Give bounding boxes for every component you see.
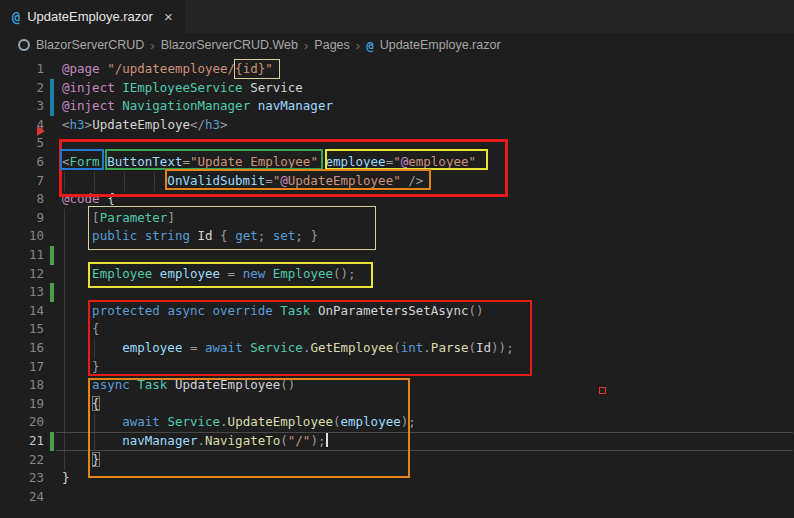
code-line-1[interactable]: 1@page "/updateemployee/{id}" bbox=[0, 60, 794, 79]
gutter-added-indicator bbox=[50, 432, 54, 451]
line-number: 14 bbox=[0, 302, 44, 321]
code-line-14[interactable]: 14 protected async override Task OnParam… bbox=[0, 302, 794, 321]
code-line-22[interactable]: 22 } bbox=[0, 451, 794, 470]
line-number: 23 bbox=[0, 469, 44, 488]
code-text: Employee employee = new Employee(); bbox=[62, 265, 356, 284]
line-number: 21 bbox=[0, 432, 44, 451]
line-number: 18 bbox=[0, 376, 44, 395]
line-number: 13 bbox=[0, 283, 44, 302]
code-text: navManager.NavigateTo("/"); bbox=[62, 432, 328, 451]
code-text: public string Id { get; set; } bbox=[62, 227, 318, 246]
line-number: 5 bbox=[0, 134, 44, 153]
code-line-23[interactable]: 23} bbox=[0, 469, 794, 488]
code-text: [Parameter] bbox=[62, 209, 175, 228]
indent-guide bbox=[64, 283, 65, 302]
code-line-3[interactable]: 3@inject NavigationManager navManager bbox=[0, 97, 794, 116]
text-cursor bbox=[326, 433, 328, 447]
code-text: OnValidSubmit="@UpdateEmployee" /> bbox=[62, 172, 423, 191]
gutter-modified-indicator bbox=[50, 79, 54, 98]
code-line-5[interactable]: 5 bbox=[0, 134, 794, 153]
code-text: <h3>UpdateEmploye</h3> bbox=[62, 116, 228, 135]
code-text: await Service.UpdateEmployee(employee); bbox=[62, 413, 416, 432]
line-number: 4 bbox=[0, 116, 44, 135]
code-text: { bbox=[62, 320, 100, 339]
code-text: } bbox=[62, 469, 70, 488]
line-number: 10 bbox=[0, 227, 44, 246]
code-line-7[interactable]: 7 OnValidSubmit="@UpdateEmployee" /> bbox=[0, 172, 794, 191]
code-line-19[interactable]: 19 { bbox=[0, 395, 794, 414]
code-text: @page "/updateemployee/{id}" bbox=[62, 60, 273, 79]
code-line-16[interactable]: 16 employee = await Service.GetEmployee(… bbox=[0, 339, 794, 358]
line-number: 7 bbox=[0, 172, 44, 191]
line-number: 8 bbox=[0, 190, 44, 209]
code-line-12[interactable]: 12 Employee employee = new Employee(); bbox=[0, 265, 794, 284]
code-text: @inject NavigationManager navManager bbox=[62, 97, 333, 116]
code-line-13[interactable]: 13 bbox=[0, 283, 794, 302]
code-text: @code { bbox=[62, 190, 115, 209]
code-line-20[interactable]: 20 await Service.UpdateEmployee(employee… bbox=[0, 413, 794, 432]
code-line-6[interactable]: 6<Form ButtonText="Update Employee" empl… bbox=[0, 153, 794, 172]
code-editor[interactable]: 1@page "/updateemployee/{id}"2@inject IE… bbox=[0, 0, 794, 518]
gutter-added-indicator bbox=[50, 246, 54, 265]
gutter-modified-indicator bbox=[50, 97, 54, 116]
code-line-11[interactable]: 11 bbox=[0, 246, 794, 265]
code-line-8[interactable]: 8@code { bbox=[0, 190, 794, 209]
code-text: { bbox=[62, 395, 100, 414]
code-line-4[interactable]: 4<h3>UpdateEmploye</h3> bbox=[0, 116, 794, 135]
code-text: } bbox=[62, 358, 100, 377]
line-number: 2 bbox=[0, 79, 44, 98]
code-line-21[interactable]: 21 navManager.NavigateTo("/"); bbox=[0, 432, 794, 451]
line-number: 6 bbox=[0, 153, 44, 172]
gutter-added-indicator bbox=[50, 283, 54, 302]
code-line-9[interactable]: 9 [Parameter] bbox=[0, 209, 794, 228]
line-number: 24 bbox=[0, 488, 44, 507]
line-number: 12 bbox=[0, 265, 44, 284]
code-text: <Form ButtonText="Update Employee" emplo… bbox=[62, 153, 476, 172]
line-number: 3 bbox=[0, 97, 44, 116]
code-line-15[interactable]: 15 { bbox=[0, 320, 794, 339]
code-text: @inject IEmployeeService Service bbox=[62, 79, 303, 98]
line-number: 17 bbox=[0, 358, 44, 377]
vscode-window: @ UpdateEmploye.razor × BlazorServerCRUD… bbox=[0, 0, 794, 518]
line-number: 22 bbox=[0, 451, 44, 470]
indent-guide bbox=[64, 246, 65, 265]
line-number: 15 bbox=[0, 320, 44, 339]
line-number: 20 bbox=[0, 413, 44, 432]
line-number: 9 bbox=[0, 209, 44, 228]
line-number: 19 bbox=[0, 395, 44, 414]
line-number: 16 bbox=[0, 339, 44, 358]
code-line-18[interactable]: 18 async Task UpdateEmployee() bbox=[0, 376, 794, 395]
code-line-10[interactable]: 10 public string Id { get; set; } bbox=[0, 227, 794, 246]
code-line-2[interactable]: 2@inject IEmployeeService Service bbox=[0, 79, 794, 98]
code-line-24[interactable]: 24 bbox=[0, 488, 794, 507]
line-number: 1 bbox=[0, 60, 44, 79]
code-line-17[interactable]: 17 } bbox=[0, 358, 794, 377]
code-text: employee = await Service.GetEmployee(int… bbox=[62, 339, 514, 358]
code-text: } bbox=[62, 451, 100, 470]
code-text: protected async override Task OnParamete… bbox=[62, 302, 484, 321]
code-text: async Task UpdateEmployee() bbox=[62, 376, 295, 395]
line-number: 11 bbox=[0, 246, 44, 265]
